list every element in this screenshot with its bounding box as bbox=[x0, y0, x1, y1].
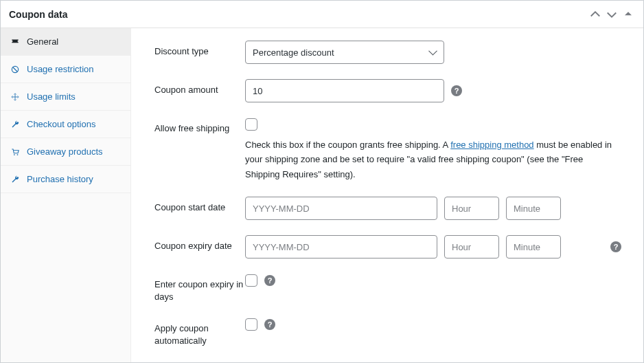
wrench-icon bbox=[10, 120, 20, 129]
row-expiry-date: Coupon expiry date ? bbox=[154, 235, 624, 258]
row-display-in: Display coupon in ? bbox=[154, 362, 624, 363]
tab-general[interactable]: General bbox=[1, 28, 130, 56]
panel-header: Coupon data bbox=[1, 1, 643, 28]
ticket-icon bbox=[10, 37, 20, 47]
free-shipping-checkbox[interactable] bbox=[245, 118, 257, 131]
free-shipping-description: Check this box if the coupon grants free… bbox=[245, 138, 616, 182]
tab-label: Giveaway products bbox=[27, 146, 103, 157]
svg-point-2 bbox=[14, 154, 15, 155]
panel-body: General Usage restriction Usage limits C… bbox=[1, 28, 643, 362]
tab-checkout-options[interactable]: Checkout options bbox=[1, 111, 130, 138]
help-icon[interactable]: ? bbox=[451, 85, 462, 96]
tab-usage-limits[interactable]: Usage limits bbox=[1, 83, 130, 111]
discount-type-select[interactable]: Percentage discount bbox=[245, 41, 444, 64]
move-down-icon[interactable] bbox=[605, 8, 619, 21]
label-auto-apply: Apply coupon automatically bbox=[154, 318, 245, 346]
tabs-list: General Usage restriction Usage limits C… bbox=[1, 28, 130, 193]
ban-icon bbox=[10, 65, 20, 74]
panel-header-controls bbox=[588, 8, 635, 21]
start-minute-input[interactable] bbox=[506, 197, 561, 220]
label-free-shipping: Allow free shipping bbox=[154, 118, 245, 135]
tab-label: Purchase history bbox=[27, 174, 93, 184]
form-area: Discount type Percentage discount Coupon… bbox=[131, 28, 643, 362]
wrench-icon bbox=[10, 175, 20, 184]
help-icon[interactable]: ? bbox=[264, 275, 275, 286]
expiry-minute-input[interactable] bbox=[506, 235, 561, 258]
label-start-date: Coupon start date bbox=[154, 197, 245, 214]
help-icon[interactable]: ? bbox=[610, 241, 621, 252]
row-coupon-amount: Coupon amount ? bbox=[154, 79, 624, 102]
tab-label: Checkout options bbox=[27, 119, 95, 129]
sidebar-tabs: General Usage restriction Usage limits C… bbox=[1, 28, 131, 362]
svg-point-3 bbox=[17, 154, 19, 155]
free-shipping-method-link[interactable]: free shipping method bbox=[450, 140, 533, 150]
coupon-amount-input[interactable] bbox=[245, 79, 444, 102]
tab-giveaway-products[interactable]: Giveaway products bbox=[1, 138, 130, 166]
svg-line-1 bbox=[13, 67, 18, 72]
panel-title: Coupon data bbox=[9, 9, 68, 20]
tab-label: Usage restriction bbox=[27, 64, 94, 74]
tab-purchase-history[interactable]: Purchase history bbox=[1, 166, 130, 193]
row-start-date: Coupon start date bbox=[154, 197, 624, 220]
tab-label: Usage limits bbox=[27, 91, 76, 102]
expiry-hour-input[interactable] bbox=[444, 235, 499, 258]
label-coupon-amount: Coupon amount bbox=[154, 79, 245, 96]
row-free-shipping: Allow free shipping Check this box if th… bbox=[154, 118, 624, 182]
limits-icon bbox=[10, 92, 20, 102]
label-expiry-date: Coupon expiry date bbox=[154, 235, 245, 252]
label-display-in: Display coupon in bbox=[154, 362, 245, 363]
move-up-icon[interactable] bbox=[588, 8, 602, 21]
start-hour-input[interactable] bbox=[444, 197, 499, 220]
auto-apply-checkbox[interactable] bbox=[245, 318, 257, 331]
collapse-icon[interactable] bbox=[621, 8, 635, 21]
tab-usage-restriction[interactable]: Usage restriction bbox=[1, 56, 130, 83]
coupon-data-panel: Coupon data General Usage restriction Us… bbox=[0, 0, 644, 363]
expiry-date-input[interactable] bbox=[245, 235, 437, 258]
label-expiry-days: Enter coupon expiry in days bbox=[154, 274, 245, 302]
expiry-days-checkbox[interactable] bbox=[245, 274, 257, 287]
row-discount-type: Discount type Percentage discount bbox=[154, 41, 624, 64]
row-expiry-days: Enter coupon expiry in days ? bbox=[154, 274, 624, 302]
cart-icon bbox=[10, 147, 20, 157]
start-date-input[interactable] bbox=[245, 197, 437, 220]
tab-label: General bbox=[27, 36, 58, 47]
display-in-select[interactable] bbox=[245, 362, 444, 363]
label-discount-type: Discount type bbox=[154, 41, 245, 58]
help-icon[interactable]: ? bbox=[264, 319, 275, 330]
row-auto-apply: Apply coupon automatically ? bbox=[154, 318, 624, 346]
